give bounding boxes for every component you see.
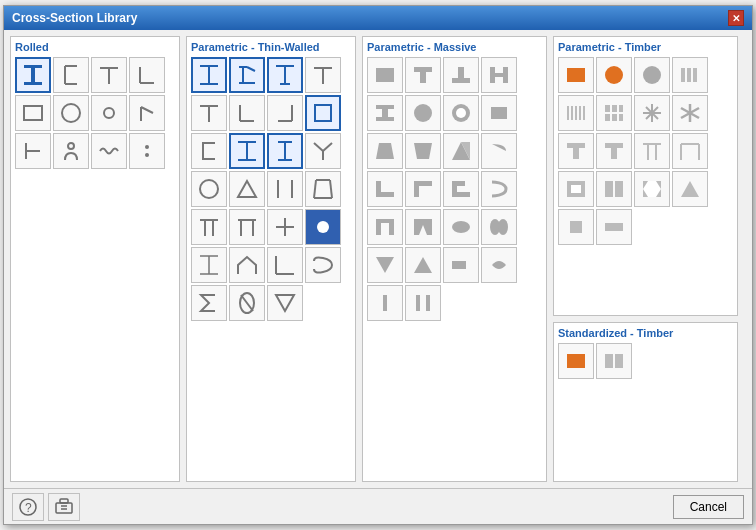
rolled-i-beam[interactable] [15,57,51,93]
svg-rect-121 [579,106,581,120]
pm-s2[interactable] [481,171,517,207]
timber-grid[interactable] [596,95,632,131]
timber-box1[interactable] [558,171,594,207]
timber-small1[interactable] [558,209,594,245]
timber-box2[interactable] [596,171,632,207]
pm-rect-fill[interactable] [367,57,403,93]
rolled-l-corner[interactable] [129,57,165,93]
pt-t3[interactable] [191,247,227,283]
svg-rect-123 [605,105,610,112]
std-timber-double[interactable] [596,343,632,379]
pm-t-inv[interactable] [443,57,479,93]
pt-s[interactable] [305,247,341,283]
close-button[interactable]: ✕ [728,10,744,26]
pt-i2-blue[interactable] [267,133,303,169]
rolled-rect[interactable] [15,95,51,131]
pm-oval[interactable] [443,209,479,245]
timber-multi-bar[interactable] [672,57,708,93]
svg-marker-49 [238,181,256,197]
pm-t-fill[interactable] [405,57,441,93]
pt-pi2[interactable] [229,209,265,245]
pm-s-fill[interactable] [481,133,517,169]
pt-cross[interactable] [267,209,303,245]
rolled-t-up[interactable] [91,57,127,93]
pm-bar1[interactable] [367,285,403,321]
svg-rect-115 [681,68,685,82]
pm-h-fill[interactable] [481,57,517,93]
pt-pi1[interactable] [191,209,227,245]
parametric-thin-grid [191,57,351,321]
pt-triangle[interactable] [229,171,265,207]
rolled-colon[interactable] [129,133,165,169]
pt-l4[interactable] [267,247,303,283]
pm-peanut[interactable] [481,209,517,245]
rolled-circle[interactable] [53,95,89,131]
pm-bar2[interactable] [405,285,441,321]
svg-rect-128 [619,114,623,121]
pt-hat[interactable] [229,247,265,283]
rolled-z[interactable] [15,133,51,169]
pt-zero[interactable] [229,285,265,321]
pt-circle2[interactable] [191,171,227,207]
pm-rect2[interactable] [481,95,517,131]
timber-pi2[interactable] [672,133,708,169]
timber-rect-orange[interactable] [558,57,594,93]
pm-trapez-fill[interactable] [367,133,403,169]
pt-i-beam3[interactable] [267,57,303,93]
pt-c2[interactable] [191,133,227,169]
std-timber-rect-orange[interactable] [558,343,594,379]
pm-x-sec[interactable] [443,133,479,169]
pm-z-fill[interactable] [443,171,479,207]
pm-t3-fill[interactable] [405,171,441,207]
rolled-person[interactable] [53,133,89,169]
timber-snowflake[interactable] [634,95,670,131]
pt-t-shape[interactable] [305,57,341,93]
timber-asterisk[interactable] [672,95,708,131]
pm-lens[interactable] [481,247,517,283]
timber-t-fill[interactable] [558,133,594,169]
pt-i-beam2[interactable] [229,57,265,93]
help-button[interactable]: ? [12,493,44,521]
timber-t2-fill[interactable] [596,133,632,169]
pm-circle-fill[interactable] [405,95,441,131]
pm-pi-fill[interactable] [367,209,403,245]
rolled-wave[interactable] [91,133,127,169]
rolled-small-circle[interactable] [91,95,127,131]
pt-t2[interactable] [191,95,227,131]
info-button[interactable] [48,493,80,521]
pt-rect-outline-blue[interactable] [305,95,341,131]
pm-trapez2[interactable] [405,133,441,169]
pm-v-fill[interactable] [405,209,441,245]
rolled-angle[interactable] [129,95,165,131]
pm-v2-fill[interactable] [367,247,403,283]
timber-multi-bar2[interactable] [558,95,594,131]
standardized-timber-title: Standardized - Timber [558,327,733,339]
cancel-button[interactable]: Cancel [673,495,744,519]
timber-circle-orange[interactable] [596,57,632,93]
timber-x-beam[interactable] [634,171,670,207]
pt-dot-blue[interactable] [305,209,341,245]
pt-double-t[interactable] [267,171,303,207]
pt-nabla[interactable] [267,285,303,321]
timber-small2[interactable] [596,209,632,245]
pt-trapez[interactable] [305,171,341,207]
pm-l-fill[interactable] [367,171,403,207]
svg-rect-157 [615,354,623,368]
pt-y[interactable] [305,133,341,169]
pt-i-thin-blue[interactable] [229,133,265,169]
rolled-c-channel[interactable] [53,57,89,93]
pm-v3-fill[interactable] [405,247,441,283]
pt-l3[interactable] [267,95,303,131]
pt-i-beam1[interactable] [191,57,227,93]
timber-pi[interactable] [634,133,670,169]
pm-i-fill[interactable] [367,95,403,131]
pm-rect3[interactable] [443,247,479,283]
timber-v-beam[interactable] [672,171,708,207]
parametric-thin-section: Parametric - Thin-Walled [186,36,356,482]
pt-l2[interactable] [229,95,265,131]
pm-ring[interactable] [443,95,479,131]
timber-circle-gray[interactable] [634,57,670,93]
svg-rect-1 [31,68,35,82]
pt-sigma[interactable] [191,285,227,321]
footer: ? Cancel [4,488,752,524]
